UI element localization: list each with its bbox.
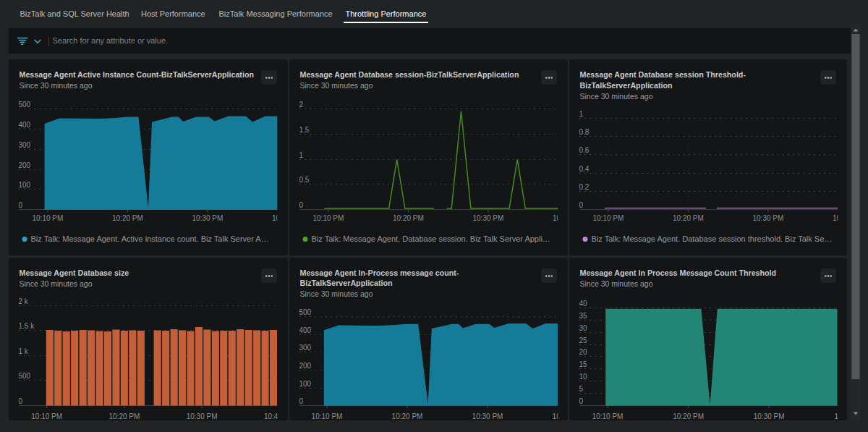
svg-text:25: 25 — [579, 336, 588, 344]
svg-text:0.6: 0.6 — [579, 146, 590, 154]
svg-text:300: 300 — [19, 141, 31, 149]
svg-text:10:30 PM: 10:30 PM — [472, 412, 503, 420]
svg-text:100: 100 — [299, 379, 312, 387]
svg-text:1.5 k: 1.5 k — [19, 322, 35, 330]
svg-text:0: 0 — [19, 201, 23, 209]
svg-text:30: 30 — [579, 323, 588, 331]
svg-text:1: 1 — [579, 110, 584, 118]
svg-text:10:30 PM: 10:30 PM — [192, 214, 223, 222]
svg-text:10:20 PM: 10:20 PM — [109, 412, 140, 420]
svg-text:10:30 PM: 10:30 PM — [754, 412, 785, 420]
svg-text:10:40 PM: 10:40 PM — [264, 412, 288, 420]
svg-text:0: 0 — [299, 201, 304, 209]
svg-text:10:10 PM: 10:10 PM — [312, 412, 343, 420]
svg-text:400: 400 — [299, 326, 312, 334]
svg-text:10:40 PM: 10:40 PM — [553, 412, 568, 420]
svg-text:0.5: 0.5 — [299, 176, 310, 184]
svg-text:500: 500 — [19, 101, 31, 109]
svg-text:0: 0 — [19, 397, 23, 405]
svg-text:10:20 PM: 10:20 PM — [393, 214, 424, 222]
svg-text:10:30 PM: 10:30 PM — [472, 214, 503, 222]
svg-text:10:30 PM: 10:30 PM — [187, 412, 218, 420]
svg-text:10:40 PM: 10:40 PM — [833, 214, 847, 222]
svg-text:40: 40 — [579, 299, 588, 307]
svg-text:0.2: 0.2 — [579, 183, 590, 191]
svg-text:0.4: 0.4 — [579, 165, 590, 173]
svg-text:500: 500 — [299, 308, 312, 316]
svg-text:Biz Talk: Message Agent. Datab: Biz Talk: Message Agent. Database sessio… — [312, 234, 550, 243]
svg-text:35: 35 — [579, 311, 588, 319]
svg-text:200: 200 — [299, 362, 312, 370]
svg-text:10:40 PM: 10:40 PM — [272, 214, 288, 222]
svg-text:10:40 PM: 10:40 PM — [553, 214, 568, 222]
svg-text:0: 0 — [579, 201, 584, 209]
svg-text:0.8: 0.8 — [579, 128, 590, 136]
svg-text:10:10 PM: 10:10 PM — [31, 412, 62, 420]
svg-text:10:20 PM: 10:20 PM — [673, 412, 704, 420]
svg-text:0: 0 — [579, 397, 584, 405]
svg-text:10:20 PM: 10:20 PM — [392, 412, 423, 420]
svg-text:2 k: 2 k — [19, 297, 29, 305]
svg-text:10:10 PM: 10:10 PM — [592, 412, 624, 420]
svg-text:10:10 PM: 10:10 PM — [312, 214, 344, 222]
svg-text:10:10 PM: 10:10 PM — [592, 214, 624, 222]
svg-text:200: 200 — [19, 161, 31, 169]
svg-text:1: 1 — [299, 151, 304, 159]
svg-text:100: 100 — [19, 181, 31, 189]
svg-text:1.5: 1.5 — [299, 126, 310, 134]
svg-text:15: 15 — [579, 360, 588, 368]
svg-text:400: 400 — [19, 121, 31, 129]
svg-text:5: 5 — [579, 385, 584, 393]
svg-text:10:40 PM: 10:40 PM — [834, 412, 847, 420]
svg-text:10:20 PM: 10:20 PM — [673, 214, 704, 222]
svg-text:1 k: 1 k — [19, 347, 29, 355]
svg-text:10:10 PM: 10:10 PM — [32, 214, 63, 222]
svg-text:10:30 PM: 10:30 PM — [752, 214, 783, 222]
svg-text:2: 2 — [299, 101, 304, 109]
svg-text:10:20 PM: 10:20 PM — [112, 214, 143, 222]
svg-text:0: 0 — [299, 397, 304, 405]
svg-text:Biz Talk: Message Agent. Datab: Biz Talk: Message Agent. Database sessio… — [592, 234, 833, 243]
svg-text:500: 500 — [19, 372, 31, 380]
svg-text:Biz Talk: Message Agent. Activ: Biz Talk: Message Agent. Active instance… — [31, 234, 269, 243]
svg-text:10: 10 — [579, 373, 588, 381]
svg-text:300: 300 — [299, 344, 312, 352]
svg-text:20: 20 — [579, 348, 588, 356]
